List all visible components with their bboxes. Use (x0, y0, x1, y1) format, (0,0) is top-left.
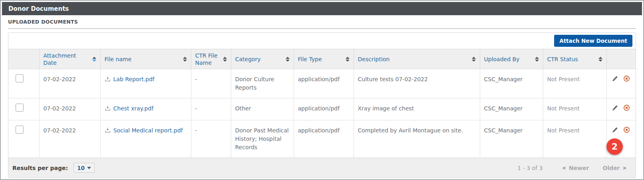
table-footer: Results per page: 10 1 - 3 of 3 ◀ Newer … (8, 158, 636, 178)
sort-icon[interactable] (92, 57, 96, 62)
results-per-page-select[interactable]: 10 (74, 163, 95, 173)
download-icon[interactable] (105, 106, 111, 112)
sort-icon[interactable] (183, 57, 187, 62)
category-cell: Donor Past Medical History; Hospital Rec… (231, 120, 294, 158)
sort-icon[interactable] (223, 57, 227, 62)
column-header-actions (606, 49, 636, 69)
description-cell: Culture tests 07-02-2022 (354, 69, 480, 98)
uploaded-by-cell: CSC_Manager (480, 98, 543, 120)
attachment-date-cell: 07-02-2022 (39, 120, 100, 158)
sort-icon[interactable] (286, 57, 290, 62)
column-label: Uploaded By (484, 56, 520, 63)
ctr-file-name-cell: - (191, 98, 231, 120)
page-title: Donor Documents (8, 5, 69, 12)
column-header-attachment-date[interactable]: Attachment Date (39, 49, 100, 69)
chevron-left-icon: ◀ (562, 166, 565, 170)
attach-new-document-button[interactable]: Attach New Document (554, 35, 632, 47)
older-page-button[interactable]: Older ▶ (602, 165, 627, 171)
newer-page-button[interactable]: ◀ Newer (562, 165, 589, 171)
column-header-file-name[interactable]: File name (100, 49, 191, 69)
pagination: 1 - 3 of 3 ◀ Newer Older ▶ (517, 165, 627, 171)
annotation-step-badge: 2 (606, 138, 623, 155)
table-row: 07-02-2022 Chest xray.pdf - Other applic… (8, 98, 636, 120)
chevron-down-icon (87, 167, 91, 169)
sort-icon[interactable] (472, 57, 476, 62)
newer-label: Newer (569, 165, 589, 171)
row-checkbox[interactable] (16, 74, 24, 82)
column-label: CTR File Name (195, 52, 221, 66)
file-type-cell: application/pdf (294, 98, 354, 120)
ctr-file-name-cell: - (191, 120, 231, 158)
file-name-link[interactable]: Social Medical report.pdf (113, 127, 183, 134)
pencil-icon[interactable] (612, 127, 618, 136)
ctr-file-name-cell: - (191, 69, 231, 98)
column-header-ctr-status[interactable]: CTR Status (543, 49, 606, 69)
ctr-status-cell: Not Present (543, 120, 606, 158)
column-header-category[interactable]: Category (231, 49, 294, 69)
description-cell: Completed by Avril Montague on site. (354, 120, 480, 158)
panel-toolbar: Attach New Document (8, 33, 636, 49)
circle-x-icon[interactable] (623, 126, 630, 136)
table-header-row: Attachment Date File name (8, 49, 636, 69)
download-icon[interactable] (105, 128, 111, 134)
attachment-date-cell: 07-02-2022 (39, 69, 100, 98)
column-header-description[interactable]: Description (354, 49, 480, 69)
uploaded-by-cell: CSC_Manager (480, 120, 543, 158)
column-header-uploaded-by[interactable]: Uploaded By (480, 49, 543, 69)
column-label: Description (358, 56, 390, 63)
column-label: Attachment Date (44, 52, 90, 66)
description-cell: Xray image of chest (354, 98, 480, 120)
uploaded-by-cell: CSC_Manager (480, 69, 543, 98)
chevron-right-icon: ▶ (624, 166, 627, 170)
column-header-ctr-file-name[interactable]: CTR File Name (191, 49, 231, 69)
donor-documents-window: Donor Documents UPLOADED DOCUMENTS Attac… (0, 0, 644, 180)
sort-icon[interactable] (598, 57, 602, 62)
file-name-link[interactable]: Chest xray.pdf (113, 105, 154, 112)
table-row: 07-02-2022 Social Medical report.pdf - D… (8, 120, 636, 158)
category-cell: Other (231, 98, 294, 120)
circle-x-icon[interactable] (623, 104, 630, 114)
row-checkbox[interactable] (16, 126, 24, 134)
pagination-range: 1 - 3 of 3 (517, 165, 543, 171)
pencil-icon[interactable] (612, 76, 618, 84)
page-title-bar: Donor Documents (2, 2, 642, 15)
ctr-status-cell: Not Present (543, 98, 606, 120)
results-per-page-label: Results per page: (12, 165, 68, 171)
circle-x-icon[interactable] (623, 75, 630, 84)
download-icon[interactable] (105, 77, 111, 83)
file-name-link[interactable]: Lab Report.pdf (113, 76, 155, 82)
column-label: File name (105, 56, 132, 63)
documents-table: Attachment Date File name (8, 49, 636, 158)
file-type-cell: application/pdf (294, 120, 354, 158)
sort-icon[interactable] (346, 57, 350, 62)
results-per-page-value: 10 (77, 165, 85, 171)
column-label: CTR Status (547, 56, 578, 63)
uploaded-documents-panel: Attach New Document Attachment Date (8, 32, 636, 178)
row-checkbox[interactable] (16, 104, 24, 112)
column-label: Category (235, 56, 261, 63)
file-type-cell: application/pdf (294, 69, 354, 98)
category-cell: Donor Culture Reports (231, 69, 294, 98)
pencil-icon[interactable] (612, 105, 618, 114)
attachment-date-cell: 07-02-2022 (39, 98, 100, 120)
column-header-file-type[interactable]: File Type (294, 49, 354, 69)
ctr-status-cell: Not Present (543, 69, 606, 98)
sort-icon[interactable] (535, 57, 539, 62)
section-heading: UPLOADED DOCUMENTS (8, 19, 636, 29)
older-label: Older (602, 165, 620, 171)
column-header-select (8, 49, 39, 69)
column-label: File Type (298, 56, 322, 63)
table-row: 07-02-2022 Lab Report.pdf - Donor Cultur… (8, 69, 636, 98)
